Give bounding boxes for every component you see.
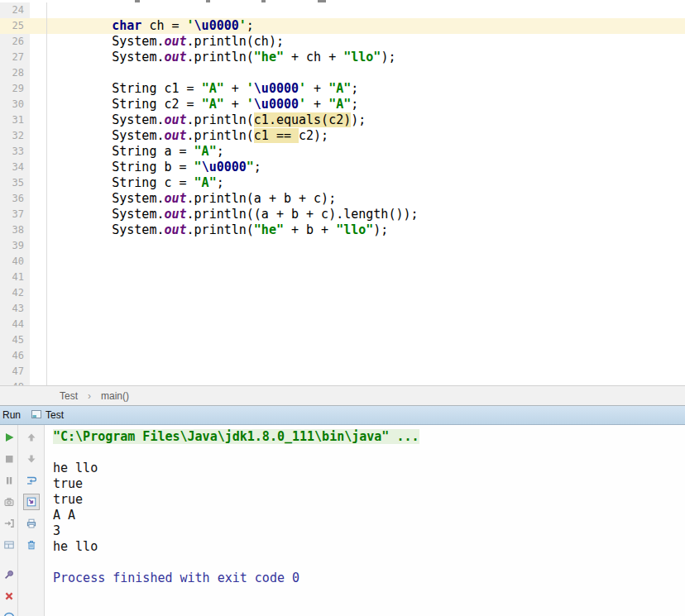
- code-token: \u0000: [202, 160, 247, 174]
- line-number[interactable]: 44: [0, 317, 30, 332]
- console-line: [53, 555, 685, 571]
- code-line[interactable]: 32 System.out.println(c1 == c2);: [0, 128, 685, 144]
- code-line[interactable]: 48: [0, 380, 685, 385]
- line-number[interactable]: 43: [0, 301, 30, 317]
- line-number[interactable]: 27: [0, 50, 30, 65]
- code-token: String a =: [52, 144, 194, 159]
- breadcrumb-item-class[interactable]: Test: [56, 390, 81, 402]
- editor-lines: 2425 char ch = '\u0000';26 System.out.pr…: [0, 2, 685, 385]
- code-line[interactable]: 27 System.out.println("he" + ch + "llo")…: [0, 50, 685, 65]
- line-number[interactable]: 35: [0, 175, 30, 191]
- code-line[interactable]: 35 String c = "A";: [0, 175, 685, 191]
- code-line[interactable]: 44: [0, 317, 685, 332]
- code-line[interactable]: 47: [0, 364, 685, 380]
- line-number[interactable]: 34: [0, 160, 30, 175]
- code-line[interactable]: 46: [0, 348, 685, 364]
- code-token: System.: [52, 112, 164, 127]
- line-number[interactable]: 41: [0, 270, 30, 285]
- thread-dump-icon[interactable]: [1, 494, 17, 510]
- line-number[interactable]: 32: [0, 128, 30, 144]
- line-number[interactable]: 45: [0, 332, 30, 348]
- code-token: ;: [247, 18, 254, 33]
- code-text: [47, 254, 685, 270]
- code-line[interactable]: 39: [0, 238, 685, 254]
- code-token: System.: [52, 191, 164, 206]
- line-number[interactable]: 36: [0, 191, 30, 207]
- code-line[interactable]: 40: [0, 254, 685, 270]
- code-line[interactable]: 38 System.out.println("he" + b + "llo");: [0, 222, 685, 238]
- print-icon[interactable]: [23, 515, 40, 532]
- console-line: "C:\Program Files\Java\jdk1.8.0_111\bin\…: [53, 429, 685, 445]
- fold-strip: [30, 207, 47, 222]
- code-line[interactable]: 41: [0, 270, 685, 285]
- line-number[interactable]: 38: [0, 222, 30, 238]
- code-token: ch =: [141, 18, 186, 33]
- code-token: ;: [351, 81, 358, 96]
- code-token: ': [239, 18, 247, 33]
- line-number[interactable]: 46: [0, 348, 30, 364]
- line-number[interactable]: 24: [0, 2, 30, 18]
- breadcrumb: Test › main(): [0, 385, 685, 405]
- line-number[interactable]: 30: [0, 97, 30, 112]
- code-token: +: [306, 97, 328, 112]
- exit-icon[interactable]: [1, 515, 17, 532]
- up-stack-trace-icon[interactable]: [23, 429, 40, 446]
- line-number[interactable]: 25: [0, 18, 30, 34]
- code-line[interactable]: 43: [0, 301, 685, 317]
- line-number[interactable]: 33: [0, 144, 30, 160]
- line-number[interactable]: 37: [0, 207, 30, 222]
- line-number[interactable]: 26: [0, 34, 30, 50]
- code-line[interactable]: 36 System.out.println(a + b + c);: [0, 191, 685, 207]
- code-line[interactable]: 37 System.out.println((a + b + c).length…: [0, 207, 685, 222]
- code-line[interactable]: 33 String a = "A";: [0, 144, 685, 160]
- help-icon[interactable]: ?: [1, 609, 17, 616]
- console-output[interactable]: "C:\Program Files\Java\jdk1.8.0_111\bin\…: [45, 425, 685, 616]
- code-line[interactable]: 25 char ch = '\u0000';: [0, 18, 685, 34]
- code-line[interactable]: 34 String b = "\u0000";: [0, 160, 685, 175]
- down-stack-trace-icon[interactable]: [23, 451, 40, 467]
- code-line[interactable]: 24: [0, 2, 685, 18]
- code-token: +: [224, 97, 247, 112]
- line-number[interactable]: 28: [0, 65, 30, 81]
- console-line: A A: [53, 508, 685, 523]
- fold-strip: [30, 65, 47, 81]
- clear-all-icon[interactable]: [23, 537, 40, 553]
- console-line: he llo: [53, 461, 685, 476]
- code-line[interactable]: 26 System.out.println(ch);: [0, 34, 685, 50]
- pin-tab-icon[interactable]: [1, 566, 17, 583]
- code-token: \u0000: [254, 97, 299, 112]
- line-number[interactable]: 39: [0, 238, 30, 254]
- code-line[interactable]: 30 String c2 = "A" + '\u0000' + "A";: [0, 97, 685, 112]
- rerun-icon[interactable]: [1, 429, 17, 446]
- stop-icon[interactable]: [1, 451, 17, 467]
- run-toolwindow-header: Run Test: [0, 405, 685, 425]
- stdout-text: 3: [53, 523, 60, 538]
- code-token: out: [164, 207, 186, 222]
- line-number[interactable]: 40: [0, 254, 30, 270]
- code-line[interactable]: 42: [0, 285, 685, 301]
- run-tab-test[interactable]: Test: [26, 407, 69, 424]
- line-number[interactable]: 29: [0, 81, 30, 97]
- code-token: "A": [328, 81, 351, 96]
- line-number[interactable]: 48: [0, 380, 30, 385]
- breadcrumb-item-method[interactable]: main(): [98, 390, 132, 402]
- pause-output-icon[interactable]: [1, 472, 17, 489]
- code-line[interactable]: 28: [0, 65, 685, 81]
- restore-layout-icon[interactable]: [1, 537, 17, 553]
- line-number[interactable]: 42: [0, 285, 30, 301]
- fold-strip: [30, 364, 47, 380]
- line-number[interactable]: 31: [0, 112, 30, 128]
- code-editor[interactable]: 2425 char ch = '\u0000';26 System.out.pr…: [0, 0, 685, 385]
- code-token: ;: [254, 160, 261, 174]
- code-line[interactable]: 31 System.out.println(c1.equals(c2));: [0, 112, 685, 128]
- code-text: [47, 380, 685, 385]
- soft-wrap-icon[interactable]: [23, 472, 40, 489]
- line-number[interactable]: 47: [0, 364, 30, 380]
- code-token: .println(: [187, 50, 254, 64]
- close-icon[interactable]: [1, 588, 17, 604]
- code-line[interactable]: 29 String c1 = "A" + '\u0000' + "A";: [0, 81, 685, 97]
- run-console: ? "C:\Program Files\Java\jdk1.8.0_111\bi…: [0, 425, 685, 616]
- code-line[interactable]: 45: [0, 332, 685, 348]
- code-text: System.out.println(ch);: [47, 34, 685, 50]
- scroll-to-end-icon[interactable]: [23, 494, 40, 510]
